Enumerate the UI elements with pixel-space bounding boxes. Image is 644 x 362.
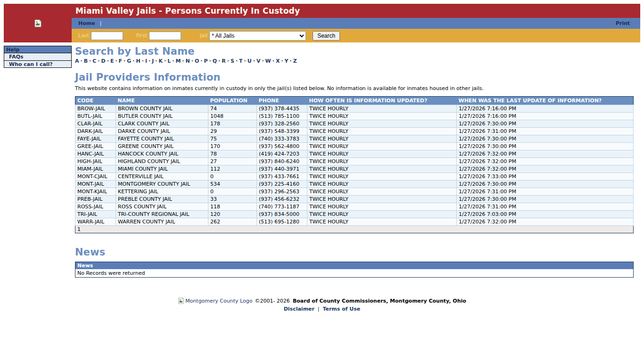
jail-select[interactable]: * All Jails bbox=[209, 31, 306, 41]
cell-population: 0 bbox=[208, 188, 257, 196]
cell-phone: (937) 225-4160 bbox=[257, 181, 307, 188]
letter-link-q[interactable]: Q bbox=[213, 58, 217, 64]
cell-code: BUTL-JAIL bbox=[75, 113, 116, 120]
letter-link-o[interactable]: O bbox=[195, 58, 199, 64]
cell-code: WARR-JAIL bbox=[75, 218, 116, 226]
terms-of-use-link[interactable]: Terms of Use bbox=[322, 306, 360, 312]
cell-last-update: 1/27/2026 7:30:00 PM bbox=[457, 196, 634, 203]
cell-phone: (419) 424-7203 bbox=[257, 150, 307, 158]
first-name-input[interactable] bbox=[149, 32, 181, 40]
cell-name: ROSS COUNTY JAIL bbox=[116, 203, 208, 211]
letter-link-i[interactable]: I bbox=[145, 58, 147, 64]
letter-separator: · bbox=[236, 58, 238, 64]
letter-link-y[interactable]: Y bbox=[285, 58, 289, 64]
letter-link-f[interactable]: F bbox=[119, 58, 123, 64]
cell-name: HIGHLAND COUNTY JAIL bbox=[116, 158, 208, 165]
table-row: MIAM-JAILMIAMI COUNTY JAIL112(937) 440-3… bbox=[75, 165, 634, 173]
letter-link-u[interactable]: U bbox=[248, 58, 252, 64]
cell-update-frequency: TWICE HOURLY bbox=[307, 150, 457, 158]
news-table: News No Records were returned bbox=[75, 262, 634, 278]
providers-table-body: BROW-JAILBROWN COUNTY JAIL74(937) 378-44… bbox=[75, 105, 634, 226]
footer-links-line: Disclaimer | Terms of Use bbox=[4, 306, 640, 312]
cell-update-frequency: TWICE HOURLY bbox=[307, 135, 457, 143]
cell-code: CLAR-JAIL bbox=[75, 120, 116, 128]
cell-name: CENTERVILLE JAIL bbox=[116, 173, 208, 181]
table-row: HANC-JAILHANCOCK COUNTY JAIL78(419) 424-… bbox=[75, 150, 634, 158]
cell-phone: (937) 548-3399 bbox=[257, 128, 307, 135]
search-button[interactable]: Search bbox=[313, 31, 340, 41]
table-row: HIGH-JAILHIGHLAND COUNTY JAIL27(937) 840… bbox=[75, 158, 634, 165]
cell-last-update: 1/27/2026 7:30:00 PM bbox=[457, 143, 634, 150]
cell-name: CLARK COUNTY JAIL bbox=[116, 120, 208, 128]
letter-link-k[interactable]: K bbox=[158, 58, 163, 64]
cell-code: DARK-JAIL bbox=[75, 128, 116, 135]
cell-update-frequency: TWICE HOURLY bbox=[307, 120, 457, 128]
letter-link-c[interactable]: C bbox=[92, 58, 96, 64]
sidebar-item-faqs[interactable]: FAQs bbox=[4, 53, 71, 60]
letter-link-b[interactable]: B bbox=[84, 58, 88, 64]
letter-link-s[interactable]: S bbox=[231, 58, 234, 64]
letter-link-g[interactable]: G bbox=[127, 58, 131, 64]
pager-row: 1 bbox=[75, 226, 634, 233]
cell-phone: (937) 562-4800 bbox=[257, 143, 307, 150]
letter-separator: · bbox=[191, 58, 193, 64]
cell-code: MONT-KJAIL bbox=[75, 188, 116, 196]
news-heading: News bbox=[75, 247, 634, 258]
pager-page-1-link[interactable]: 1 bbox=[77, 226, 81, 232]
news-empty-row: No Records were returned bbox=[75, 269, 634, 278]
cell-last-update: 1/27/2026 7:32:00 PM bbox=[457, 150, 634, 158]
table-row: PREB-JAILPREBLE COUNTY JAIL33(937) 456-6… bbox=[75, 196, 634, 203]
cell-name: MONTGOMERY COUNTY JAIL bbox=[116, 181, 208, 188]
column-header-name: NAME bbox=[116, 97, 208, 105]
cell-code: GREE-JAIL bbox=[75, 143, 116, 150]
letter-separator: · bbox=[290, 58, 292, 64]
cell-update-frequency: TWICE HOURLY bbox=[307, 165, 457, 173]
last-name-input[interactable] bbox=[91, 32, 123, 40]
cell-last-update: 1/27/2026 7:32:00 PM bbox=[457, 165, 634, 173]
letter-link-p[interactable]: P bbox=[204, 58, 207, 64]
news-column-header: News bbox=[75, 262, 634, 270]
letter-link-d[interactable]: D bbox=[101, 58, 106, 64]
sidebar-item-who-can-i-call[interactable]: Who can I call? bbox=[4, 60, 71, 67]
cell-last-update: 1/27/2026 7:03:00 PM bbox=[457, 211, 634, 218]
disclaimer-link[interactable]: Disclaimer bbox=[284, 306, 314, 312]
nav-print-link[interactable]: Print bbox=[616, 20, 630, 26]
sidebar: Help FAQs Who can I call? bbox=[4, 46, 72, 68]
providers-block: Jail Providers Information This website … bbox=[75, 72, 634, 233]
nav-home-link[interactable]: Home bbox=[78, 20, 95, 26]
site-logo-cell bbox=[4, 4, 72, 42]
cell-code: TRI-JAIL bbox=[75, 211, 116, 218]
copyright-years: ©2001- 2026 bbox=[255, 298, 289, 304]
letter-separator: · bbox=[262, 58, 264, 64]
letter-link-m[interactable]: M bbox=[175, 58, 181, 64]
letter-link-a[interactable]: A bbox=[75, 58, 79, 64]
letter-link-r[interactable]: R bbox=[222, 58, 225, 64]
jail-label: Jail bbox=[200, 33, 207, 39]
cell-last-update: 1/27/2026 7:32:00 PM bbox=[457, 158, 634, 165]
letter-link-t[interactable]: T bbox=[239, 58, 243, 64]
page: Miami Valley Jails - Persons Currently I… bbox=[4, 4, 640, 312]
letter-separator: · bbox=[98, 58, 99, 64]
cell-code: FAYE-JAIL bbox=[75, 135, 116, 143]
letter-link-v[interactable]: V bbox=[256, 58, 261, 64]
news-header-row: News bbox=[75, 262, 634, 270]
cell-last-update: 1/27/2026 7:30:00 PM bbox=[457, 135, 634, 143]
letter-link-l[interactable]: L bbox=[167, 58, 171, 64]
cell-phone: (513) 785-1100 bbox=[257, 113, 307, 120]
cell-phone: (937) 440-3971 bbox=[257, 165, 307, 173]
cell-population: 74 bbox=[208, 105, 257, 113]
letter-link-h[interactable]: H bbox=[136, 58, 140, 64]
table-row: BROW-JAILBROWN COUNTY JAIL74(937) 378-44… bbox=[75, 105, 634, 113]
cell-code: MIAM-JAIL bbox=[75, 165, 116, 173]
letter-link-n[interactable]: N bbox=[186, 58, 190, 64]
letter-separator: · bbox=[200, 58, 202, 64]
copyright-owner: Board of County Commissioners, Montgomer… bbox=[293, 298, 466, 304]
cell-name: WARREN COUNTY JAIL bbox=[116, 218, 208, 226]
letter-link-w[interactable]: W bbox=[265, 58, 271, 64]
letter-link-e[interactable]: E bbox=[110, 58, 114, 64]
cell-code: ROSS-JAIL bbox=[75, 203, 116, 211]
letter-link-x[interactable]: X bbox=[276, 58, 280, 64]
cell-population: 112 bbox=[208, 165, 257, 173]
letter-link-z[interactable]: Z bbox=[293, 58, 297, 64]
letter-link-j[interactable]: J bbox=[152, 58, 154, 64]
